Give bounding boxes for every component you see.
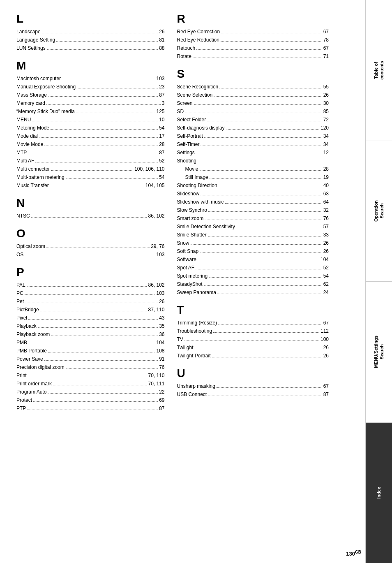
index-entry: Troubleshooting 112 [177, 327, 329, 335]
sidebar-tab-table-of-contents[interactable]: Table ofcontents [366, 0, 392, 141]
index-entry: Shooting [177, 157, 329, 164]
index-entry: Movie Mode 28 [16, 141, 165, 148]
index-entry: Software 104 [177, 256, 329, 263]
section-letter: T [177, 304, 329, 317]
index-entry: Sweep Panorama 24 [177, 289, 329, 296]
index-entry: Slideshow with music 64 [177, 198, 329, 206]
index-entry: Select Folder 72 [177, 116, 329, 123]
section-letter: R [177, 12, 329, 25]
index-entry: Twilight 26 [177, 344, 329, 351]
index-entry: Smile Shutter 33 [177, 231, 329, 239]
index-entry: USB Connect 87 [177, 391, 329, 398]
index-entry: Playback zoom 36 [16, 331, 165, 338]
index-entry: Precision digital zoom 76 [16, 364, 165, 371]
index-entry: Snow 26 [177, 239, 329, 247]
index-entry: Spot AF 52 [177, 264, 329, 271]
section-letter: U [177, 367, 329, 380]
index-entry: Screen 30 [177, 100, 329, 107]
index-entry: Mode dial 17 [16, 132, 165, 140]
index-entry: Smile Detection Sensitivity 57 [177, 223, 329, 230]
index-entry: Landscape 26 [16, 28, 165, 35]
sidebar: Table ofcontents OperationSearch MENU/Se… [365, 0, 392, 563]
index-entry: Self-Timer 34 [177, 141, 329, 148]
index-entry: Still Image 19 [177, 174, 329, 181]
index-entry: Shooting Direction 40 [177, 182, 329, 189]
section-letter: S [177, 67, 329, 81]
index-entry: Scene Selection 26 [177, 91, 329, 99]
index-entry: SteadyShot 62 [177, 280, 329, 288]
index-entry: Optical zoom 29, 76 [16, 243, 165, 250]
section-letter: P [16, 266, 165, 279]
index-entry: PictBridge 87, 110 [16, 306, 165, 313]
index-entry: PAL 86, 102 [16, 281, 165, 289]
index-entry: Self-Portrait 34 [177, 132, 329, 140]
right-column: R Red Eye Correction 67 Red Eye Reductio… [173, 8, 329, 413]
index-entry: Protect 69 [16, 396, 165, 404]
index-entry: PMB Portable 108 [16, 347, 165, 354]
index-entry: Unsharp masking 67 [177, 382, 329, 390]
left-column: L Landscape 26 Language Setting 81 LUN S… [16, 8, 173, 413]
index-entry: MTP 87 [16, 149, 165, 156]
index-entry: Macintosh computer 103 [16, 75, 165, 82]
index-entry: Multi connector 100, 106, 110 [16, 165, 165, 173]
index-entry: Twilight Portrait 26 [177, 352, 329, 359]
index-entry: Red Eye Reduction 78 [177, 36, 329, 44]
section-letter: N [16, 197, 165, 210]
index-entry: Soft Snap 26 [177, 248, 329, 255]
index-entry: Memory card 3 [16, 100, 165, 107]
index-entry: Multi-pattern metering 54 [16, 174, 165, 181]
page-number: 130GB [346, 550, 361, 557]
index-entry: Mass Storage 87 [16, 91, 165, 99]
index-entry: MENU 10 [16, 116, 165, 123]
index-entry: Trimming (Resize) 67 [177, 319, 329, 327]
section-letter: M [16, 59, 165, 72]
index-entry: TV 100 [177, 336, 329, 343]
section-letter: L [16, 12, 165, 25]
section-letter: O [16, 227, 165, 240]
index-entry: Print 70, 110 [16, 372, 165, 379]
index-entry: Pixel 43 [16, 314, 165, 322]
index-entry: Multi AF 52 [16, 157, 165, 164]
index-entry: Red Eye Correction 67 [177, 28, 329, 35]
index-entry: “Memory Stick Duo” media 125 [16, 108, 165, 115]
index-entry: Program Auto 22 [16, 388, 165, 396]
index-entry: Scene Recognition 55 [177, 83, 329, 90]
index-entry: Movie 28 [177, 165, 329, 173]
index-entry: Smart zoom 76 [177, 215, 329, 222]
sidebar-tab-index[interactable]: Index [366, 423, 392, 563]
index-entry: Power Save 91 [16, 355, 165, 363]
index-entry: Spot metering 54 [177, 272, 329, 280]
index-entry: PTP 87 [16, 405, 165, 412]
index-entry: Settings 12 [177, 149, 329, 156]
index-entry: Retouch 67 [177, 44, 329, 52]
sidebar-tab-operation-search[interactable]: OperationSearch [366, 141, 392, 282]
index-entry: LUN Settings 88 [16, 44, 165, 52]
index-entry: NTSC 86, 102 [16, 212, 165, 220]
index-entry: PMB 104 [16, 339, 165, 346]
index-entry: Playback 35 [16, 322, 165, 330]
index-entry: Pet 26 [16, 298, 165, 305]
index-entry: Print order mark 70, 111 [16, 380, 165, 387]
index-entry: Music Transfer 104, 105 [16, 182, 165, 189]
index-entry: Language Setting 81 [16, 36, 165, 44]
index-entry: Rotate 71 [177, 53, 329, 60]
index-entry: SD 85 [177, 108, 329, 115]
index-entry: Slideshow 63 [177, 190, 329, 197]
index-entry: OS 103 [16, 251, 165, 258]
sidebar-tab-menu-settings-search[interactable]: MENU/SettingsSearch [366, 282, 392, 423]
index-entry: Slow Synchro 32 [177, 206, 329, 214]
index-entry: Manual Exposure Shooting 23 [16, 83, 165, 90]
index-entry: Self-diagnosis display 120 [177, 124, 329, 132]
index-entry: Metering Mode 54 [16, 124, 165, 132]
index-entry: PC 103 [16, 290, 165, 297]
